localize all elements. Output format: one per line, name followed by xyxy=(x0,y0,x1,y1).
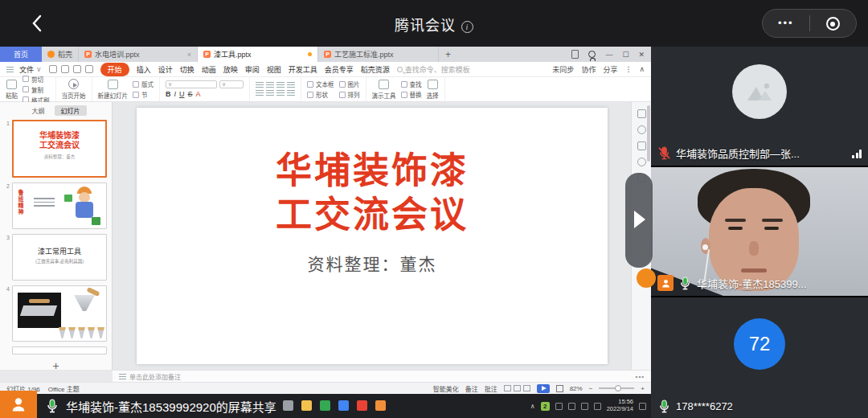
section-button[interactable]: 节 xyxy=(133,90,154,99)
collapse-ribbon-icon[interactable]: ∧ xyxy=(639,65,645,73)
design-pane-icon[interactable] xyxy=(637,141,646,150)
menu-animation[interactable]: 动画 xyxy=(202,64,216,75)
font-color-button[interactable]: A xyxy=(196,90,201,98)
font-size-select[interactable]: ∨ xyxy=(219,80,244,88)
menu-member[interactable]: 会员专享 xyxy=(325,64,354,75)
participant-tile-3[interactable]: 72 178****6272 xyxy=(651,297,868,418)
replace-button[interactable]: 替换 xyxy=(401,90,422,99)
file-menu[interactable]: 文件∨ xyxy=(6,64,42,75)
copy-button[interactable]: 复制 xyxy=(23,85,50,94)
app-icon-3[interactable] xyxy=(320,400,330,411)
command-search[interactable]: 查找命令、搜索模板 xyxy=(397,64,470,75)
slide-thumbnail-2[interactable]: 鲁班精神 xyxy=(12,182,107,229)
wps-home-tab[interactable]: 首页 xyxy=(0,47,42,62)
align-center-icon[interactable] xyxy=(266,82,274,88)
underline-button[interactable]: U xyxy=(179,90,185,98)
indent-icon[interactable] xyxy=(276,90,285,96)
line-spacing-icon[interactable] xyxy=(287,90,295,96)
info-icon[interactable]: i xyxy=(461,21,473,33)
wps-docer-tab[interactable]: 稻壳 xyxy=(42,47,79,62)
font-family-select[interactable]: ∨ xyxy=(166,80,217,88)
layout-button[interactable]: 版式 xyxy=(133,80,154,88)
slide-thumbnail-5[interactable] xyxy=(12,346,107,354)
textbox-button[interactable]: 文本框 xyxy=(307,80,334,88)
zoom-slider-knob[interactable] xyxy=(615,385,621,391)
wps-file-tab-1[interactable]: P水电培训.pptx× xyxy=(79,47,198,62)
current-slide[interactable]: 华埔装饰漆工交流会议 资料整理：董杰 xyxy=(137,108,608,364)
floating-orange-button[interactable] xyxy=(637,268,656,288)
menu-start[interactable]: 开始 xyxy=(100,63,129,76)
screen-share-view[interactable]: 首页 稻壳 P水电培训.pptx× P漆工具.pptx P工艺施工标准.pptx… xyxy=(0,47,651,418)
comment-toggle[interactable]: 批注 xyxy=(485,384,497,393)
sync-status[interactable]: 未同步 xyxy=(552,64,574,75)
select-button[interactable]: 选择 xyxy=(427,80,439,100)
tab-outline[interactable]: 大纲 xyxy=(26,105,51,116)
normal-view-icon[interactable] xyxy=(504,385,511,391)
minimize-button[interactable]: — xyxy=(605,51,612,59)
props-icon[interactable] xyxy=(637,109,646,118)
volume-icon[interactable] xyxy=(594,403,601,410)
sorter-view-icon[interactable] xyxy=(514,385,521,391)
bold-button[interactable]: B xyxy=(166,90,171,98)
tab-close-icon[interactable]: × xyxy=(184,51,191,59)
close-window-button[interactable]: ✕ xyxy=(638,51,645,59)
slide-thumbnail-1[interactable]: 华埔装饰漆工交流会议 资料整理：董杰 xyxy=(12,120,107,178)
bullets-icon[interactable] xyxy=(256,90,264,96)
tray-icon-2[interactable] xyxy=(568,403,575,410)
more-icon[interactable]: ⋮ xyxy=(624,65,632,73)
close-capsule-button[interactable] xyxy=(810,16,857,31)
account-icon[interactable] xyxy=(588,51,596,58)
play-from-slide-button[interactable]: 当页开始 xyxy=(62,79,86,100)
wps-file-tab-active[interactable]: P漆工具.pptx xyxy=(198,47,318,62)
menu-devtools[interactable]: 开发工具 xyxy=(289,64,317,75)
zoom-slider[interactable] xyxy=(599,387,634,389)
present-tools-button[interactable]: 演示工具 xyxy=(372,80,396,100)
tab-slides[interactable]: 幻灯片 xyxy=(55,105,87,116)
participant-tile-1[interactable]: 华埔装饰品质控制部—张... xyxy=(651,47,868,166)
sidebar-collapse-handle[interactable] xyxy=(625,173,653,268)
zoom-level[interactable]: 82% xyxy=(570,385,583,392)
share-button[interactable]: 分享 xyxy=(603,64,617,75)
app-icon-4[interactable] xyxy=(338,400,349,411)
note-toggle[interactable]: 备注 xyxy=(465,384,478,393)
arrange-button[interactable]: 排列 xyxy=(339,90,360,99)
notes-more-button[interactable]: ••• xyxy=(636,373,645,380)
slide-thumbnail-4[interactable] xyxy=(12,285,107,342)
animation-pane-icon[interactable] xyxy=(637,125,646,134)
vertical-scrollbar[interactable] xyxy=(647,105,650,162)
align-right-icon[interactable] xyxy=(276,82,285,88)
new-slide-button[interactable]: 新建幻灯片 xyxy=(98,80,129,100)
tray-icon-1[interactable] xyxy=(555,403,563,410)
align-left-icon[interactable] xyxy=(256,82,264,88)
align-justify-icon[interactable] xyxy=(287,82,295,88)
menu-transition[interactable]: 切换 xyxy=(180,64,194,75)
beautify-button[interactable]: 智能美化 xyxy=(433,384,459,393)
maximize-button[interactable]: ☐ xyxy=(622,51,628,59)
more-menu-button[interactable]: ••• xyxy=(763,10,809,37)
redo-icon[interactable] xyxy=(85,65,93,73)
slide-thumbnail-3[interactable]: 漆工常用工具 (工欲善其事,必先利其器) xyxy=(12,234,107,281)
collab-button[interactable]: 协作 xyxy=(581,64,596,75)
menu-review[interactable]: 审阅 xyxy=(245,64,260,75)
menu-view[interactable]: 视图 xyxy=(267,64,281,75)
undo-icon[interactable] xyxy=(73,65,81,73)
add-slide-button[interactable]: + xyxy=(0,358,112,372)
picture-button[interactable]: 图片 xyxy=(339,80,360,88)
shape-button[interactable]: 形状 xyxy=(307,90,334,99)
notification-icon[interactable] xyxy=(639,403,646,410)
app-icon-2[interactable] xyxy=(301,400,312,411)
wps-file-tab-2[interactable]: P工艺施工标准.pptx xyxy=(318,47,439,62)
taskbar-clock[interactable]: 15:56 2022/9/14 xyxy=(607,399,633,412)
tray-badge[interactable]: 2 xyxy=(541,402,550,411)
italic-button[interactable]: I xyxy=(174,90,177,98)
zoom-in-button[interactable]: + xyxy=(641,385,645,392)
menu-slideshow[interactable]: 放映 xyxy=(223,64,238,75)
cut-button[interactable]: 剪切 xyxy=(23,75,50,84)
find-button[interactable]: 查找 xyxy=(401,80,422,88)
app-icon-1[interactable] xyxy=(283,400,293,411)
new-tab-button[interactable]: + xyxy=(439,47,457,62)
print-icon[interactable] xyxy=(61,65,69,73)
menu-docer-res[interactable]: 稻壳资源 xyxy=(361,64,390,75)
zoom-out-button[interactable]: − xyxy=(589,385,593,392)
doc-switch-icon[interactable] xyxy=(571,50,579,59)
